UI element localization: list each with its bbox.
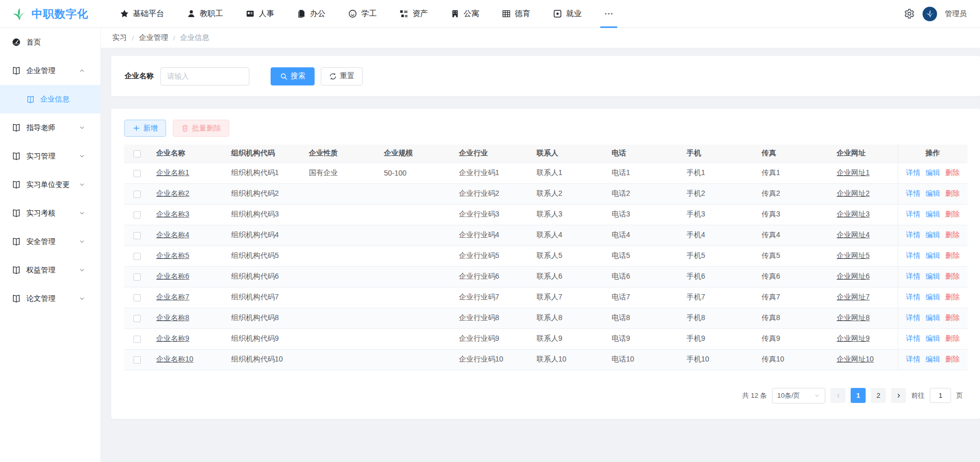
nav-item-employment[interactable]: 就业 bbox=[542, 0, 593, 28]
enterprise-table: 企业名称组织机构代码企业性质企业规模企业行业联系人电话手机传真企业网址操作 企业… bbox=[124, 145, 968, 370]
sidebar-item-enterprise-info[interactable]: 企业信息 bbox=[0, 85, 100, 113]
column-header: 传真 bbox=[755, 145, 830, 163]
brand[interactable]: 中职数字化 bbox=[11, 6, 100, 22]
sidebar-item-rights-mgmt[interactable]: 权益管理 bbox=[0, 256, 100, 284]
row-checkbox[interactable] bbox=[133, 356, 141, 364]
row-checkbox[interactable] bbox=[133, 211, 141, 219]
sidebar-item-internship-unit-change[interactable]: 实习单位变更 bbox=[0, 170, 100, 199]
edit-link[interactable]: 编辑 bbox=[926, 210, 940, 218]
breadcrumb-item[interactable]: 企业管理 bbox=[139, 33, 168, 42]
add-button[interactable]: 新增 bbox=[124, 120, 166, 137]
page-1-button[interactable]: 1 bbox=[851, 388, 866, 403]
chevron-down-icon bbox=[814, 393, 820, 399]
nav-item-staff[interactable]: 教职工 bbox=[175, 0, 234, 28]
nav-item-base-platform[interactable]: 基础平台 bbox=[109, 0, 175, 28]
detail-link[interactable]: 详情 bbox=[906, 272, 920, 280]
row-checkbox[interactable] bbox=[133, 336, 141, 343]
cell: 传真1 bbox=[755, 163, 830, 183]
sidebar-item-home[interactable]: 首页 bbox=[0, 28, 100, 56]
edit-link[interactable]: 编辑 bbox=[926, 355, 940, 363]
delete-link[interactable]: 删除 bbox=[945, 189, 960, 197]
row-checkbox[interactable] bbox=[133, 315, 141, 322]
gear-icon[interactable] bbox=[904, 8, 915, 19]
detail-link[interactable]: 详情 bbox=[906, 355, 920, 363]
next-page-button[interactable] bbox=[891, 388, 906, 403]
detail-link[interactable]: 详情 bbox=[906, 189, 920, 197]
nav-item-assets[interactable]: 资产 bbox=[388, 0, 439, 28]
chevron-down-icon bbox=[79, 153, 85, 160]
detail-link[interactable]: 详情 bbox=[906, 293, 920, 301]
nav-item-more[interactable] bbox=[593, 0, 625, 28]
delete-link[interactable]: 删除 bbox=[945, 251, 960, 259]
sidebar-item-internship-assess[interactable]: 实习考核 bbox=[0, 199, 100, 227]
delete-link[interactable]: 删除 bbox=[945, 168, 960, 177]
page-2-button[interactable]: 2 bbox=[871, 388, 886, 403]
row-checkbox[interactable] bbox=[133, 191, 141, 198]
row-checkbox[interactable] bbox=[133, 273, 141, 281]
sidebar-item-label: 实习单位变更 bbox=[26, 180, 70, 190]
sidebar-item-enterprise-mgmt[interactable]: 企业管理 bbox=[0, 56, 100, 85]
chevron-down-icon bbox=[79, 295, 85, 302]
delete-link[interactable]: 删除 bbox=[945, 272, 960, 280]
edit-link[interactable]: 编辑 bbox=[926, 189, 940, 197]
edit-link[interactable]: 编辑 bbox=[926, 313, 940, 322]
select-all-checkbox[interactable] bbox=[133, 150, 141, 157]
breadcrumb-item[interactable]: 实习 bbox=[112, 33, 127, 42]
search-button[interactable]: 搜索 bbox=[271, 67, 315, 85]
detail-link[interactable]: 详情 bbox=[906, 334, 920, 342]
edit-link[interactable]: 编辑 bbox=[926, 230, 940, 239]
column-header: 企业规模 bbox=[378, 145, 453, 163]
row-actions: 详情编辑删除 bbox=[898, 225, 968, 246]
avatar[interactable] bbox=[923, 7, 937, 21]
delete-link[interactable]: 删除 bbox=[945, 230, 960, 239]
edit-link[interactable]: 编辑 bbox=[926, 293, 940, 301]
edit-link[interactable]: 编辑 bbox=[926, 272, 940, 280]
sidebar-item-label: 指导老师 bbox=[26, 123, 55, 133]
detail-link[interactable]: 详情 bbox=[906, 168, 920, 177]
nav-item-apartment[interactable]: 公寓 bbox=[439, 0, 491, 28]
cell: 电话3 bbox=[605, 204, 680, 225]
nav-item-label: 资产 bbox=[412, 9, 428, 19]
row-checkbox[interactable] bbox=[133, 170, 141, 177]
nav-item-hr[interactable]: 人事 bbox=[234, 0, 286, 28]
edit-link[interactable]: 编辑 bbox=[926, 168, 940, 177]
sidebar-item-thesis-mgmt[interactable]: 论文管理 bbox=[0, 284, 100, 313]
nav-item-office[interactable]: 办公 bbox=[286, 0, 337, 28]
sidebar-item-internship-mgmt[interactable]: 实习管理 bbox=[0, 142, 100, 170]
batch-delete-button[interactable]: 批量删除 bbox=[173, 120, 229, 137]
delete-link[interactable]: 删除 bbox=[945, 334, 960, 342]
row-checkbox[interactable] bbox=[133, 232, 141, 239]
chevron-down-icon bbox=[79, 210, 85, 216]
chevron-left-icon bbox=[835, 393, 841, 399]
search-panel: 企业名称 搜索 重置 bbox=[111, 56, 980, 96]
detail-link[interactable]: 详情 bbox=[906, 210, 920, 218]
column-header: 企业行业 bbox=[453, 145, 530, 163]
cell: 企业网址5 bbox=[830, 246, 898, 266]
grid-icon bbox=[502, 9, 511, 18]
nav-item-student[interactable]: 学工 bbox=[337, 0, 388, 28]
edit-link[interactable]: 编辑 bbox=[926, 251, 940, 259]
row-checkbox[interactable] bbox=[133, 253, 141, 260]
delete-link[interactable]: 删除 bbox=[945, 355, 960, 363]
row-checkbox[interactable] bbox=[133, 294, 141, 301]
row-actions: 详情编辑删除 bbox=[898, 266, 968, 287]
delete-link[interactable]: 删除 bbox=[945, 313, 960, 322]
detail-link[interactable]: 详情 bbox=[906, 230, 920, 239]
nav-item-moral-edu[interactable]: 德育 bbox=[491, 0, 542, 28]
detail-link[interactable]: 详情 bbox=[906, 251, 920, 259]
cell: 企业名称9 bbox=[150, 328, 225, 349]
company-name-input[interactable] bbox=[160, 67, 249, 85]
sidebar-item-mentor[interactable]: 指导老师 bbox=[0, 113, 100, 142]
page-size-select[interactable]: 10条/页 bbox=[772, 388, 825, 403]
star-icon bbox=[120, 9, 129, 18]
table-row: 企业名称3组织机构代码3企业行业码3联系人3电话3手机3传真3企业网址3详情编辑… bbox=[124, 204, 968, 225]
column-header: 电话 bbox=[605, 145, 680, 163]
prev-page-button[interactable] bbox=[830, 388, 845, 403]
goto-page-input[interactable] bbox=[930, 388, 951, 403]
detail-link[interactable]: 详情 bbox=[906, 313, 920, 322]
sidebar-item-safety-mgmt[interactable]: 安全管理 bbox=[0, 227, 100, 256]
edit-link[interactable]: 编辑 bbox=[926, 334, 940, 342]
delete-link[interactable]: 删除 bbox=[945, 293, 960, 301]
reset-button[interactable]: 重置 bbox=[321, 67, 363, 85]
delete-link[interactable]: 删除 bbox=[945, 210, 960, 218]
